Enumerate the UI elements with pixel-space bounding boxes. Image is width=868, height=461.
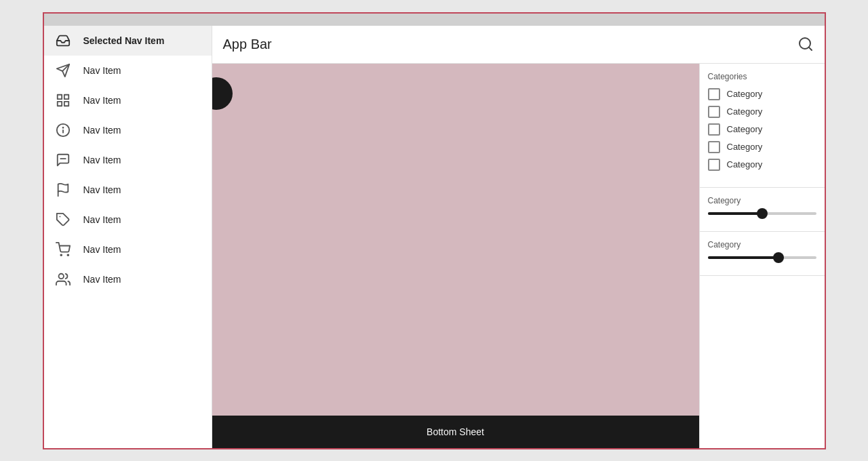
inbox-icon (55, 33, 71, 49)
category-row-2: Category (708, 106, 816, 118)
svg-rect-4 (64, 101, 68, 105)
sidebar-item-nav3[interactable]: Nav Item (44, 115, 212, 145)
top-bar (44, 14, 825, 26)
sidebar-item-nav1[interactable]: Nav Item (44, 56, 212, 85)
nav7-label: Nav Item (83, 244, 121, 255)
categories-section: Categories Category Category Category (700, 64, 825, 188)
send-icon (55, 62, 71, 79)
slider1-title: Category (708, 196, 816, 205)
svg-rect-3 (64, 94, 68, 98)
flag-icon (55, 182, 71, 198)
nav8-label: Nav Item (83, 274, 121, 285)
people-icon (55, 271, 71, 287)
slider-section-2: Category (700, 232, 825, 276)
sidebar-item-nav4[interactable]: Nav Item (44, 145, 212, 175)
sidebar: Selected Nav Item Nav Item (44, 26, 212, 448)
nav1-label: Nav Item (83, 65, 121, 76)
bottom-sheet-label: Bottom Sheet (427, 426, 484, 437)
right-panel: Categories Category Category Category (699, 64, 825, 448)
category-label-5: Category (727, 159, 763, 169)
sidebar-item-selected[interactable]: Selected Nav Item (44, 26, 212, 56)
nav3-label: Nav Item (83, 125, 121, 136)
cart-icon (55, 241, 71, 258)
category-row-5: Category (708, 159, 816, 171)
slider2-thumb[interactable] (773, 252, 784, 263)
category-checkbox-3[interactable] (708, 123, 720, 136)
slider1-track[interactable] (708, 212, 816, 215)
svg-point-9 (62, 127, 63, 127)
svg-point-14 (67, 254, 68, 256)
slider2-title: Category (708, 240, 816, 249)
category-row-4: Category (708, 141, 816, 153)
sidebar-item-nav8[interactable]: Nav Item (44, 264, 212, 294)
category-row-1: Category (708, 88, 816, 100)
category-label-4: Category (727, 142, 763, 152)
sidebar-item-nav2[interactable]: Nav Item (44, 85, 212, 115)
svg-line-17 (808, 47, 811, 50)
svg-point-15 (58, 273, 63, 278)
chat-icon (55, 152, 71, 168)
categories-title: Categories (708, 72, 816, 81)
app-frame: Selected Nav Item Nav Item (43, 12, 826, 449)
category-row-3: Category (708, 123, 816, 136)
category-label-3: Category (727, 124, 763, 134)
sidebar-item-nav7[interactable]: Nav Item (44, 235, 212, 264)
category-label-1: Category (727, 89, 763, 99)
main-content: App Bar Bottom Sheet (212, 26, 825, 448)
fab-button[interactable] (212, 77, 233, 110)
slider-section-1: Category (700, 188, 825, 232)
category-checkbox-2[interactable] (708, 106, 720, 118)
app-bar: App Bar (212, 26, 825, 64)
search-icon[interactable] (797, 36, 814, 52)
info-icon (55, 122, 71, 138)
content-area: Bottom Sheet Categories Category (212, 64, 825, 448)
svg-rect-5 (57, 101, 61, 105)
nav4-label: Nav Item (83, 155, 121, 165)
list-icon (55, 92, 71, 108)
nav5-label: Nav Item (83, 184, 121, 195)
sidebar-item-nav6[interactable]: Nav Item (44, 205, 212, 235)
category-checkbox-1[interactable] (708, 88, 720, 100)
slider1-fill (708, 212, 762, 215)
slider2-fill (708, 256, 778, 259)
category-checkbox-4[interactable] (708, 141, 720, 153)
slider2-track[interactable] (708, 256, 816, 259)
app-bar-title: App Bar (223, 37, 272, 52)
svg-rect-2 (57, 94, 61, 98)
bottom-sheet[interactable]: Bottom Sheet (212, 416, 699, 448)
tag-icon (55, 212, 71, 228)
nav6-label: Nav Item (83, 214, 121, 225)
pink-canvas: Bottom Sheet (212, 64, 699, 448)
nav2-label: Nav Item (83, 95, 121, 106)
category-label-2: Category (727, 106, 763, 117)
sidebar-item-nav5[interactable]: Nav Item (44, 175, 212, 205)
sidebar-selected-label: Selected Nav Item (83, 35, 165, 46)
slider1-thumb[interactable] (757, 208, 768, 219)
app-layout: Selected Nav Item Nav Item (44, 26, 825, 448)
svg-point-13 (60, 254, 62, 256)
category-checkbox-5[interactable] (708, 159, 720, 171)
